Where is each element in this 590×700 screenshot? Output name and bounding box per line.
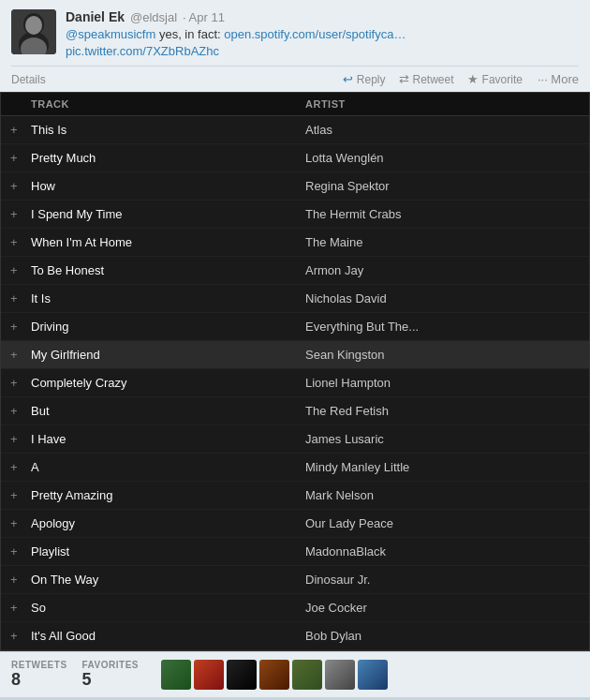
track-name: So (31, 601, 305, 615)
screen-name[interactable]: @eldsjal (130, 10, 177, 24)
track-row[interactable]: + When I'm At Home The Maine (1, 229, 589, 257)
retweeter-avatar-1[interactable] (161, 660, 191, 690)
add-track-icon: + (10, 404, 31, 418)
tweet-text: @speakmusicfm yes, in fact: open.spotify… (66, 26, 579, 60)
add-track-icon: + (10, 376, 31, 390)
add-track-icon: + (10, 460, 31, 474)
add-track-icon: + (10, 432, 31, 446)
track-row[interactable]: + But The Red Fetish (1, 397, 589, 425)
artist-name: Our Lady Peace (305, 516, 580, 530)
track-row[interactable]: + Completely Crazy Lionel Hampton (1, 369, 589, 397)
track-row[interactable]: + Playlist MadonnaBlack (1, 538, 589, 566)
track-row[interactable]: + How Regina Spektor (1, 172, 589, 201)
track-name: Playlist (31, 544, 305, 559)
retweets-count: 8 (11, 670, 21, 690)
add-track-icon: + (10, 151, 31, 165)
spotify-table: Track Artist + This Is Atlas + Pretty Mu… (0, 92, 590, 651)
spotify-link[interactable]: open.spotify.com/user/spotifyca… (224, 27, 406, 41)
retweeter-avatar-6[interactable] (325, 660, 355, 690)
track-row[interactable]: + A Mindy Manley Little (1, 454, 589, 482)
track-name: I Spend My Time (31, 207, 305, 221)
track-name: Pretty Much (31, 151, 305, 165)
track-name: It's All Good (31, 629, 305, 643)
user-name-row: Daniel Ek @eldsjal · Apr 11 (66, 9, 579, 24)
retweeter-avatar-5[interactable] (292, 660, 322, 690)
track-row[interactable]: + I Have James Lusaric (1, 425, 589, 454)
artist-name: Mindy Manley Little (305, 460, 580, 474)
mention-link[interactable]: @speakmusicfm (66, 27, 155, 41)
add-track-icon: + (10, 348, 31, 362)
track-row[interactable]: + Apology Our Lady Peace (1, 510, 589, 538)
add-track-icon: + (10, 629, 31, 643)
track-row[interactable]: + To Be Honest Armon Jay (1, 257, 589, 285)
favorites-block: Favorites 5 (82, 660, 139, 690)
retweet-label: Retweet (413, 73, 454, 86)
display-name[interactable]: Daniel Ek (66, 9, 125, 24)
artist-name: Dinosaur Jr. (305, 573, 580, 587)
artist-name: Mark Nelson (305, 488, 580, 502)
retweeter-avatar-7[interactable] (358, 660, 388, 690)
track-name: I Have (31, 432, 305, 446)
track-name: This Is (31, 123, 305, 137)
track-row[interactable]: + I Spend My Time The Hermit Crabs (1, 201, 589, 229)
artist-name: The Hermit Crabs (305, 207, 580, 221)
retweeter-avatar-4[interactable] (259, 660, 289, 690)
artist-name: Regina Spektor (305, 179, 580, 193)
favorite-label: Favorite (482, 73, 523, 86)
track-name: Completely Crazy (31, 376, 305, 390)
track-name: Apology (31, 516, 305, 530)
artist-name: The Maine (305, 235, 580, 249)
track-row[interactable]: + On The Way Dinosaur Jr. (1, 566, 589, 594)
track-row[interactable]: + It Is Nicholas David (1, 285, 589, 313)
add-track-icon: + (10, 573, 31, 587)
col-artist-header: Artist (305, 98, 580, 110)
retweeter-avatar-3[interactable] (227, 660, 257, 690)
track-name: My Girlfriend (31, 348, 305, 362)
artist-name: Lionel Hampton (305, 376, 580, 390)
pic-link[interactable]: pic.twitter.com/7XZbRbAZhc (66, 44, 219, 58)
avatar-image (11, 9, 56, 54)
track-row[interactable]: + This Is Atlas (1, 116, 589, 144)
artist-name: Armon Jay (305, 263, 580, 277)
retweets-label: Retweets (11, 660, 67, 670)
svg-point-3 (25, 16, 42, 35)
reply-button[interactable]: ↩ Reply (343, 72, 386, 86)
retweeter-avatar-2[interactable] (194, 660, 224, 690)
star-icon: ★ (467, 72, 479, 86)
artist-name: MadonnaBlack (305, 544, 580, 559)
add-track-icon: + (10, 544, 31, 559)
track-row[interactable]: + So Joe Cocker (1, 594, 589, 622)
add-track-icon: + (10, 207, 31, 221)
add-track-icon: + (10, 320, 31, 334)
track-name: To Be Honest (31, 263, 305, 277)
details-link[interactable]: Details (11, 73, 46, 86)
track-row[interactable]: + Driving Everything But The... (1, 313, 589, 341)
retweet-button[interactable]: ⇄ Retweet (399, 72, 454, 86)
tweet-footer: Retweets 8 Favorites 5 (0, 651, 590, 697)
artist-name: Lotta Wenglén (305, 151, 580, 165)
user-info: Daniel Ek @eldsjal · Apr 11 @speakmusicf… (66, 9, 579, 60)
artist-name: James Lusaric (305, 432, 580, 446)
add-track-icon: + (10, 263, 31, 277)
track-row[interactable]: + Pretty Much Lotta Wenglén (1, 144, 589, 172)
tweet-actions: Details ↩ Reply ⇄ Retweet ★ Favorite ···… (11, 66, 579, 92)
retweets-block: Retweets 8 (11, 660, 67, 690)
artist-name: Joe Cocker (305, 601, 580, 615)
reply-icon: ↩ (343, 72, 353, 86)
retweet-icon: ⇄ (399, 72, 409, 86)
artist-name: Everything But The... (305, 320, 580, 334)
artist-name: Sean Kingston (305, 348, 580, 362)
artist-name: Atlas (305, 123, 580, 137)
more-button[interactable]: ··· More (538, 72, 579, 86)
tweet-header: Daniel Ek @eldsjal · Apr 11 @speakmusicf… (11, 9, 579, 60)
track-name: Driving (31, 320, 305, 334)
track-row[interactable]: + My Girlfriend Sean Kingston (1, 341, 589, 369)
col-track-header: Track (31, 98, 305, 110)
add-track-icon: + (10, 235, 31, 249)
track-name: But (31, 404, 305, 418)
track-row[interactable]: + It's All Good Bob Dylan (1, 622, 589, 650)
artist-name: Bob Dylan (305, 629, 580, 643)
track-row[interactable]: + Pretty Amazing Mark Nelson (1, 482, 589, 510)
favorites-count: 5 (82, 670, 92, 690)
favorite-button[interactable]: ★ Favorite (467, 72, 523, 86)
